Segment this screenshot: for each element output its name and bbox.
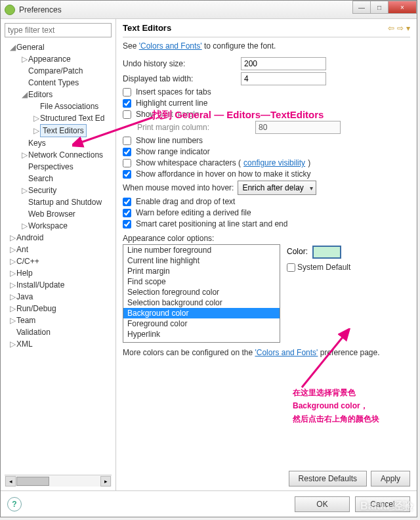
scroll-left-button[interactable]: ◂ [5, 476, 16, 487]
show-print-margin-checkbox[interactable] [123, 110, 131, 119]
color-option-item[interactable]: Find scope [123, 276, 280, 287]
system-default-checkbox[interactable] [287, 263, 295, 272]
tree-texteditors[interactable]: Text Editors [40, 124, 87, 137]
tree-editors[interactable]: Editors [28, 90, 52, 99]
expand-icon[interactable]: ▷ [9, 255, 16, 267]
left-pane: ◢General ▷Appearance Compare/Patch Conte… [1, 19, 116, 490]
preferences-window: Preferences — □ × ◢General ▷Appearance C… [0, 0, 417, 517]
tree-security[interactable]: Security [28, 186, 56, 195]
filter-input[interactable] [5, 23, 112, 37]
tree-network[interactable]: Network Connections [28, 150, 103, 160]
tree-android[interactable]: Android [16, 233, 43, 242]
tree-help[interactable]: Help [16, 269, 33, 278]
color-option-item[interactable]: Print margin [123, 266, 280, 276]
tree-webbrowser[interactable]: Web Browser [28, 209, 75, 219]
hover-combo[interactable]: Enrich after delay [238, 181, 316, 195]
color-options-label: Appearance color options: [123, 234, 410, 243]
expand-icon[interactable]: ▷ [32, 125, 40, 137]
color-option-item[interactable]: Hyperlink [123, 329, 280, 339]
line-numbers-checkbox[interactable] [123, 137, 131, 145]
tree-perspectives[interactable]: Perspectives [28, 162, 74, 171]
tree-java[interactable]: Java [16, 292, 33, 301]
drag-drop-checkbox[interactable] [123, 198, 131, 206]
undo-label: Undo history size: [123, 59, 241, 68]
expand-icon[interactable]: ◢ [20, 89, 28, 100]
expand-icon[interactable]: ▷ [9, 267, 16, 279]
back-icon[interactable]: ⇦ [388, 24, 394, 33]
ok-button[interactable]: OK [295, 496, 350, 512]
colors-fonts-link-2[interactable]: 'Colors and Fonts' [255, 348, 318, 357]
client-area: ◢General ▷Appearance Compare/Patch Conte… [1, 19, 417, 490]
tree-general[interactable]: General [16, 43, 45, 52]
expand-icon[interactable]: ▷ [20, 184, 28, 196]
horizontal-scrollbar[interactable]: ◂ ▸ [5, 475, 112, 487]
tree-structured[interactable]: Structured Text Ed [40, 114, 105, 123]
expand-icon[interactable]: ▷ [9, 303, 16, 314]
color-option-item[interactable]: Selection foreground color [123, 287, 280, 297]
print-margin-input [255, 121, 341, 134]
expand-icon[interactable]: ▷ [20, 149, 28, 161]
color-options-list[interactable]: Line number foregroundCurrent line highl… [123, 244, 280, 343]
tree-compare[interactable]: Compare/Patch [28, 66, 83, 76]
apply-button[interactable]: Apply [371, 471, 410, 487]
tree-validation[interactable]: Validation [16, 328, 51, 337]
color-option-item[interactable]: Foreground color [123, 318, 280, 329]
preferences-tree[interactable]: ◢General ▷Appearance Compare/Patch Conte… [5, 41, 112, 472]
expand-icon[interactable]: ▷ [20, 220, 28, 232]
color-option-item[interactable]: Line number foreground [123, 245, 280, 255]
whitespace-checkbox[interactable] [123, 159, 131, 167]
menu-icon[interactable]: ▾ [406, 24, 410, 33]
scroll-right-button[interactable]: ▸ [100, 476, 111, 487]
window-buttons: — □ × [353, 1, 417, 14]
scroll-thumb[interactable] [16, 477, 49, 486]
cancel-button[interactable]: Cancel [355, 496, 410, 512]
smart-caret-checkbox[interactable] [123, 220, 131, 228]
expand-icon[interactable]: ▷ [9, 279, 16, 291]
tree-contenttypes[interactable]: Content Types [28, 78, 79, 87]
expand-icon[interactable]: ▷ [9, 291, 16, 303]
tree-team[interactable]: Team [16, 316, 35, 325]
color-label: Color: [287, 247, 308, 256]
help-icon[interactable]: ? [7, 497, 22, 511]
highlight-line-checkbox[interactable] [123, 99, 131, 108]
forward-icon[interactable]: ⇨ [397, 24, 404, 33]
maximize-button[interactable]: □ [370, 1, 388, 14]
color-swatch[interactable] [312, 246, 341, 259]
tab-width-input[interactable] [241, 72, 326, 85]
expand-icon[interactable]: ▷ [32, 112, 40, 124]
tree-install[interactable]: Install/Update [16, 280, 64, 290]
range-indicator-checkbox[interactable] [123, 148, 131, 156]
expand-icon[interactable]: ▷ [9, 244, 16, 255]
warn-derived-checkbox[interactable] [123, 209, 131, 217]
affordance-checkbox[interactable] [123, 170, 131, 179]
intro-text: See 'Colors and Fonts' to configure the … [123, 41, 410, 51]
tree-appearance[interactable]: Appearance [28, 54, 71, 64]
tree-cpp[interactable]: C/C++ [16, 257, 39, 266]
undo-history-input[interactable] [241, 57, 326, 70]
configure-visibility-link[interactable]: configure visibility [243, 158, 305, 167]
expand-icon[interactable]: ▷ [9, 338, 16, 350]
tree-workspace[interactable]: Workspace [28, 221, 68, 230]
hover-label: When mouse moved into hover: [123, 183, 234, 192]
tree-xml[interactable]: XML [16, 339, 33, 349]
colors-fonts-link[interactable]: 'Colors and Fonts' [139, 41, 202, 51]
minimize-button[interactable]: — [352, 1, 371, 14]
expand-icon[interactable]: ◢ [9, 41, 16, 53]
tree-fileassoc[interactable]: File Associations [40, 102, 98, 111]
tree-rundebug[interactable]: Run/Debug [16, 304, 56, 313]
close-button[interactable]: × [388, 1, 417, 14]
insert-spaces-checkbox[interactable] [123, 88, 131, 97]
tree-keys[interactable]: Keys [28, 139, 46, 148]
restore-defaults-button[interactable]: Restore Defaults [289, 471, 367, 487]
expand-icon[interactable]: ▷ [9, 314, 16, 326]
tree-ant[interactable]: Ant [16, 245, 28, 254]
print-margin-label: Print margin column: [137, 123, 255, 132]
color-option-item[interactable]: Current line highlight [123, 255, 280, 266]
expand-icon[interactable]: ▷ [20, 53, 28, 65]
tree-startup[interactable]: Startup and Shutdow [28, 198, 102, 207]
color-option-item[interactable]: Background color [123, 308, 280, 318]
titlebar[interactable]: Preferences — □ × [1, 1, 417, 19]
tree-search[interactable]: Search [28, 174, 53, 183]
color-option-item[interactable]: Selection background color [123, 297, 280, 308]
expand-icon[interactable]: ▷ [9, 232, 16, 244]
